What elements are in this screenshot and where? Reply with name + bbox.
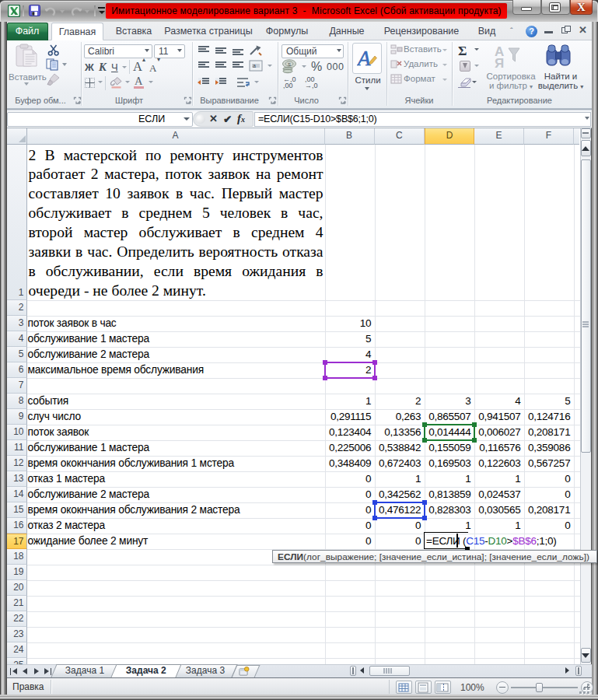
svg-text:s: s [288, 61, 291, 68]
svg-text:Я: Я [495, 56, 504, 70]
svg-text:a: a [253, 63, 256, 68]
svg-text:A: A [357, 47, 371, 69]
